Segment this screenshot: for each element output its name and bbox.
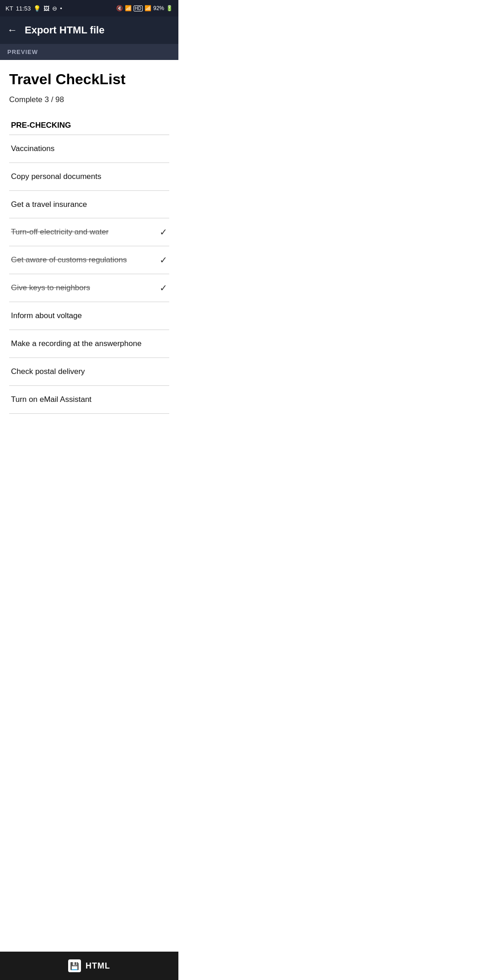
time-label: 11:53 xyxy=(16,5,31,12)
hd-badge: HD xyxy=(134,5,143,11)
list-item[interactable]: Turn-off electricity and water✓ xyxy=(9,218,169,246)
preview-label: PREVIEW xyxy=(7,49,38,55)
back-button[interactable]: ← xyxy=(7,24,17,36)
checkmark-icon: ✓ xyxy=(160,227,167,238)
app-bar: ← Export HTML file xyxy=(0,16,178,44)
status-right: 🔇 📶 HD 📶 92% 🔋 xyxy=(116,5,173,11)
list-item[interactable]: Get a travel insurance xyxy=(9,191,169,219)
section-header: PRE-CHECKING xyxy=(9,117,169,135)
item-text: Check postal delivery xyxy=(11,366,167,377)
checkmark-icon: ✓ xyxy=(160,282,167,293)
list-item[interactable]: Make a recording at the answerphone xyxy=(9,330,169,358)
checklist-title: Travel CheckList xyxy=(9,71,169,88)
battery-label: 92% xyxy=(153,5,164,11)
item-text: Make a recording at the answerphone xyxy=(11,338,167,349)
item-text: Turn-off electricity and water xyxy=(11,227,156,238)
item-text: Give keys to neighbors xyxy=(11,282,156,293)
signal-icon: 📶 xyxy=(145,5,151,11)
app-bar-title: Export HTML file xyxy=(25,24,104,36)
item-text: Vaccinations xyxy=(11,143,167,154)
list-item[interactable]: Turn on eMail Assistant xyxy=(9,386,169,414)
item-text: Turn on eMail Assistant xyxy=(11,394,167,405)
content-area: Travel CheckList Complete 3 / 98 PRE-CHE… xyxy=(0,60,178,450)
list-item[interactable]: Check postal delivery xyxy=(9,358,169,386)
notification-icon: 💡 xyxy=(33,5,41,12)
dot-icon: • xyxy=(60,5,62,12)
sections-container: PRE-CHECKINGVaccinationsCopy personal do… xyxy=(9,117,169,414)
item-text: Get a travel insurance xyxy=(11,199,167,210)
list-item[interactable]: Inform about voltage xyxy=(9,302,169,330)
carrier-label: KT xyxy=(5,5,13,12)
minus-circle-icon: ⊖ xyxy=(52,5,57,12)
item-text: Get aware of customs regulations xyxy=(11,254,156,265)
status-left: KT 11:53 💡 🖼 ⊖ • xyxy=(5,5,62,12)
list-item[interactable]: Get aware of customs regulations✓ xyxy=(9,246,169,274)
mute-icon: 🔇 xyxy=(116,5,123,11)
item-text: Copy personal documents xyxy=(11,171,167,182)
checkmark-icon: ✓ xyxy=(160,254,167,265)
battery-icon: 🔋 xyxy=(166,5,173,11)
status-bar: KT 11:53 💡 🖼 ⊖ • 🔇 📶 HD 📶 92% 🔋 xyxy=(0,0,178,16)
wifi-icon: 📶 xyxy=(125,5,132,11)
list-item[interactable]: Copy personal documents xyxy=(9,163,169,191)
list-item[interactable]: Vaccinations xyxy=(9,135,169,163)
preview-bar: PREVIEW xyxy=(0,44,178,60)
list-item[interactable]: Give keys to neighbors✓ xyxy=(9,274,169,302)
checklist-complete: Complete 3 / 98 xyxy=(9,95,169,104)
image-icon: 🖼 xyxy=(43,5,49,12)
item-text: Inform about voltage xyxy=(11,310,167,321)
